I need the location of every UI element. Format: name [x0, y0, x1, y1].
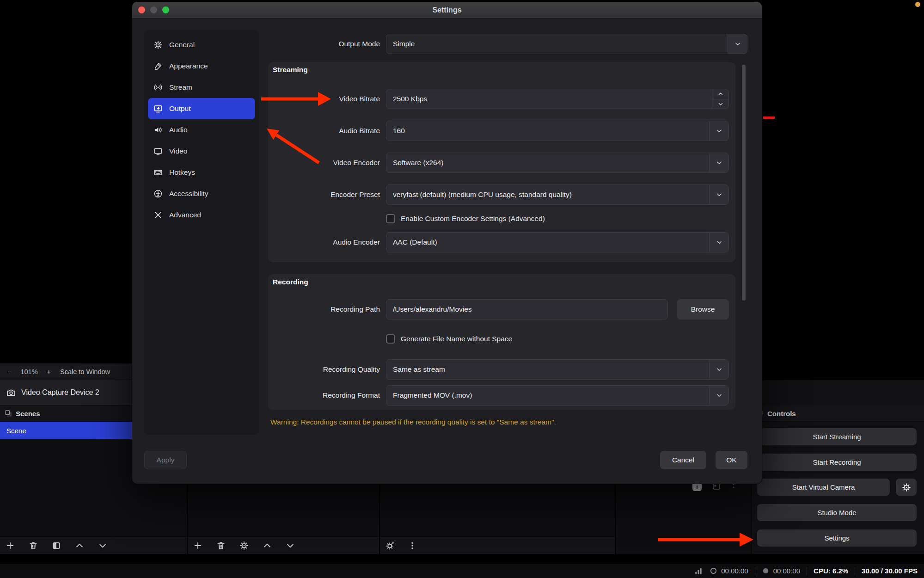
zoom-in-button[interactable]: + [47, 368, 51, 375]
chevron-down-icon[interactable] [709, 185, 728, 204]
scale-to-window-button[interactable]: Scale to Window [60, 368, 110, 375]
brush-icon [153, 61, 163, 71]
advanced-audio-gear-icon[interactable] [386, 541, 395, 550]
sidebar-item-label: Stream [169, 83, 192, 92]
sidebar-item-accessibility[interactable]: Accessibility [148, 183, 255, 204]
recording-section-title: Recording [273, 278, 308, 286]
audio-encoder-select[interactable]: AAC (Default) [386, 232, 729, 252]
sidebar-item-label: Advanced [169, 211, 201, 219]
scenes-icon [5, 410, 12, 417]
recording-path-value: /Users/alexandru/Movies [386, 300, 667, 319]
start-streaming-button[interactable]: Start Streaming [757, 428, 917, 445]
video-bitrate-input[interactable]: 2500 Kbps [386, 89, 729, 109]
sidebar-item-advanced[interactable]: Advanced [148, 204, 255, 226]
broadcast-icon [153, 83, 163, 92]
source-properties-gear-icon[interactable] [239, 541, 249, 550]
sidebar-item-output[interactable]: Output [148, 98, 255, 119]
audio-bitrate-select[interactable]: 160 [386, 121, 729, 141]
ok-button[interactable]: OK [716, 451, 747, 469]
encoder-preset-select[interactable]: veryfast (default) (medium CPU usage, st… [386, 184, 729, 205]
recording-path-input[interactable]: /Users/alexandru/Movies [386, 299, 668, 320]
apply-button[interactable]: Apply [144, 451, 187, 469]
recording-format-select[interactable]: Fragmented MOV (.mov) [386, 385, 729, 406]
settings-scrollbar[interactable] [742, 65, 746, 301]
streaming-section: Streaming Video Bitrate 2500 Kbps Audio … [268, 62, 735, 262]
video-encoder-select[interactable]: Software (x264) [386, 153, 729, 173]
mixer-menu-kebab-icon[interactable] [408, 541, 417, 550]
monitor-icon [153, 147, 163, 156]
sidebar-item-hotkeys[interactable]: Hotkeys [148, 162, 255, 183]
sidebar-item-video[interactable]: Video [148, 141, 255, 162]
video-encoder-value: Software (x264) [386, 153, 709, 172]
recording-quality-label: Recording Quality [268, 359, 380, 380]
move-scene-down-icon[interactable] [98, 541, 107, 550]
output-icon [153, 104, 163, 113]
tools-icon [153, 210, 163, 220]
remove-source-icon[interactable] [216, 541, 226, 550]
streaming-section-title: Streaming [273, 66, 308, 74]
output-mode-select[interactable]: Simple [386, 34, 747, 54]
minimize-button[interactable] [150, 6, 157, 13]
move-source-up-icon[interactable] [263, 541, 272, 550]
sidebar-item-label: Accessibility [169, 190, 208, 198]
audio-bitrate-label: Audio Bitrate [268, 121, 380, 141]
status-divider [807, 567, 807, 575]
browse-button[interactable]: Browse [677, 299, 729, 320]
chevron-down-icon[interactable] [728, 34, 747, 54]
sidebar-item-label: General [169, 41, 195, 49]
spin-down-icon[interactable] [712, 99, 728, 109]
scenes-title: Scenes [16, 410, 40, 418]
start-virtual-camera-button[interactable]: Start Virtual Camera [757, 479, 890, 496]
sidebar-item-audio[interactable]: Audio [148, 119, 255, 141]
recording-quality-select[interactable]: Same as stream [386, 359, 729, 380]
remove-scene-icon[interactable] [29, 541, 38, 550]
custom-encoder-checkbox[interactable] [386, 214, 395, 223]
video-bitrate-spinner[interactable] [712, 89, 728, 109]
virtual-camera-settings-button[interactable] [896, 479, 917, 496]
move-source-down-icon[interactable] [286, 541, 295, 550]
cancel-button[interactable]: Cancel [660, 451, 706, 469]
record-status-icon [762, 567, 770, 575]
controls-dock-header: Controls [752, 406, 924, 422]
studio-mode-button[interactable]: Studio Mode [757, 504, 917, 521]
sidebar-item-stream[interactable]: Stream [148, 77, 255, 98]
chevron-down-icon[interactable] [709, 153, 728, 172]
filename-checkbox-row: Generate File Name without Space [386, 333, 512, 344]
gear-icon [153, 40, 163, 49]
fps-indicator: 30.00 / 30.00 FPS [862, 567, 918, 575]
chevron-down-icon[interactable] [709, 360, 728, 379]
audio-encoder-value: AAC (Default) [386, 233, 709, 252]
chevron-down-icon[interactable] [709, 386, 728, 405]
close-button[interactable] [138, 6, 145, 13]
stream-status-icon [710, 567, 717, 575]
scenes-toolbar [0, 536, 187, 554]
zoom-out-button[interactable]: − [7, 368, 11, 375]
chevron-down-icon[interactable] [709, 233, 728, 252]
chevron-down-icon[interactable] [709, 121, 728, 141]
custom-encoder-checkbox-label: Enable Custom Encoder Settings (Advanced… [401, 215, 545, 223]
recording-format-value: Fragmented MOV (.mov) [386, 386, 709, 405]
maximize-button[interactable] [162, 6, 169, 13]
network-signal-icon [694, 567, 703, 575]
record-time: 00:00:00 [773, 567, 800, 575]
zoom-level: 101% [20, 368, 37, 375]
spin-up-icon[interactable] [712, 89, 728, 99]
output-mode-value: Simple [386, 34, 728, 54]
sidebar-item-general[interactable]: General [148, 34, 255, 55]
recording-quality-value: Same as stream [386, 360, 709, 379]
add-source-icon[interactable] [193, 541, 202, 550]
settings-dialog: Settings General Appearance [132, 2, 762, 484]
controls-title: Controls [767, 410, 796, 418]
scene-filters-icon[interactable] [52, 541, 61, 550]
dialog-title: Settings [432, 6, 461, 14]
cpu-usage: CPU: 6.2% [814, 567, 848, 575]
filename-checkbox[interactable] [386, 334, 395, 344]
settings-button[interactable]: Settings [757, 529, 917, 547]
dialog-titlebar[interactable]: Settings [132, 2, 762, 18]
add-scene-icon[interactable] [6, 541, 15, 550]
start-recording-button[interactable]: Start Recording [757, 454, 917, 471]
gear-icon [902, 483, 911, 492]
sidebar-item-appearance[interactable]: Appearance [148, 55, 255, 77]
sources-toolbar [188, 536, 379, 554]
move-scene-up-icon[interactable] [75, 541, 84, 550]
